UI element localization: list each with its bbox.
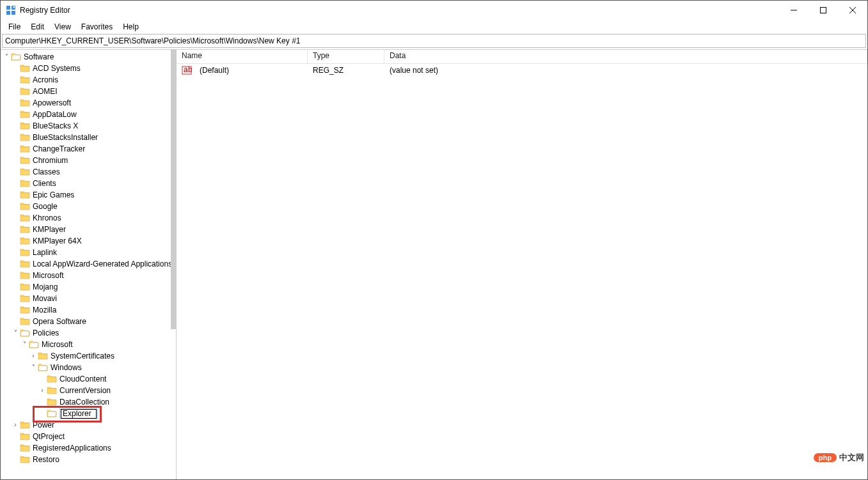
folder-icon bbox=[20, 236, 30, 245]
chevron-down-icon[interactable]: ˅ bbox=[20, 341, 29, 348]
folder-icon bbox=[20, 225, 30, 234]
tree-label: AppDataLow bbox=[33, 110, 77, 119]
tree-label: Mozilla bbox=[33, 306, 56, 314]
rename-input[interactable] bbox=[61, 409, 97, 419]
tree-node-renaming[interactable] bbox=[1, 408, 176, 419]
value-data: (value not set) bbox=[384, 66, 443, 75]
menu-favorites[interactable]: Favorites bbox=[76, 21, 118, 33]
tree-node[interactable]: ˅ Microsoft bbox=[1, 339, 176, 350]
tree-label: ACD Systems bbox=[33, 64, 81, 73]
folder-icon bbox=[20, 133, 30, 142]
tree-label: BlueStacks X bbox=[33, 121, 78, 130]
tree-label: Policies bbox=[33, 329, 59, 337]
tree-label: ChangeTracker bbox=[33, 144, 85, 153]
col-data[interactable]: Data bbox=[384, 50, 867, 63]
tree-node[interactable]: Epic Games bbox=[1, 189, 176, 201]
tree-node[interactable]: Restoro bbox=[1, 454, 176, 465]
tree-node[interactable]: DataCollection bbox=[1, 396, 176, 408]
tree-label: Google bbox=[33, 202, 58, 211]
tree-node[interactable]: RegisteredApplications bbox=[1, 442, 176, 454]
folder-icon bbox=[38, 352, 48, 360]
tree-node[interactable]: ˅ Windows bbox=[1, 362, 176, 373]
value-name: (Default) bbox=[194, 66, 308, 75]
tree-node[interactable]: Chromium bbox=[1, 155, 176, 166]
folder-icon bbox=[20, 144, 30, 153]
tree-node[interactable]: KMPlayer 64X bbox=[1, 235, 176, 247]
menu-edit[interactable]: Edit bbox=[26, 21, 49, 33]
col-name[interactable]: Name bbox=[177, 50, 308, 63]
tree-label: Opera Software bbox=[33, 317, 86, 326]
value-type: REG_SZ bbox=[308, 66, 384, 75]
tree-node[interactable]: BlueStacks X bbox=[1, 120, 176, 132]
tree-label: Windows bbox=[51, 363, 82, 372]
tree-node[interactable]: Mozilla bbox=[1, 304, 176, 316]
tree-node[interactable]: AppDataLow bbox=[1, 109, 176, 120]
menu-view[interactable]: View bbox=[49, 21, 76, 33]
folder-icon bbox=[20, 121, 30, 130]
chevron-down-icon[interactable]: ˅ bbox=[2, 54, 11, 60]
window-title: Registry Editor bbox=[20, 6, 70, 15]
menu-help[interactable]: Help bbox=[118, 21, 144, 33]
folder-icon bbox=[20, 259, 30, 268]
tree-node[interactable]: QtProject bbox=[1, 431, 176, 442]
tree-node[interactable]: Laplink bbox=[1, 247, 176, 258]
tree-node[interactable]: Movavi bbox=[1, 293, 176, 304]
maximize-button[interactable] bbox=[809, 1, 838, 20]
tree-node[interactable]: ACD Systems bbox=[1, 63, 176, 74]
tree-node[interactable]: AOMEI bbox=[1, 86, 176, 97]
tree-node[interactable]: ˅ Software bbox=[1, 51, 176, 63]
tree-node[interactable]: Opera Software bbox=[1, 316, 176, 327]
tree-node[interactable]: Microsoft bbox=[1, 270, 176, 281]
minimize-button[interactable] bbox=[779, 1, 809, 20]
tree-label: Local AppWizard-Generated Applications bbox=[33, 259, 172, 268]
tree-node[interactable]: ˅ Policies bbox=[1, 327, 176, 339]
tree-node[interactable]: › SystemCertificates bbox=[1, 350, 176, 362]
tree-node[interactable]: Mojang bbox=[1, 281, 176, 293]
tree-node[interactable]: Khronos bbox=[1, 212, 176, 224]
folder-icon bbox=[20, 64, 30, 73]
close-button[interactable] bbox=[838, 1, 867, 20]
folder-open-icon bbox=[11, 52, 21, 61]
folder-icon bbox=[20, 432, 30, 441]
list-row[interactable]: (Default) REG_SZ (value not set) bbox=[177, 64, 867, 77]
tree-label: KMPlayer 64X bbox=[33, 236, 82, 245]
tree-node[interactable]: Classes bbox=[1, 166, 176, 178]
titlebar[interactable]: Registry Editor bbox=[1, 1, 867, 20]
chevron-down-icon[interactable]: ˅ bbox=[11, 330, 20, 336]
chevron-right-icon[interactable]: › bbox=[11, 422, 20, 428]
folder-open-icon bbox=[20, 329, 30, 337]
watermark: php 中文网 bbox=[814, 452, 864, 463]
tree-label: CloudContent bbox=[59, 375, 106, 383]
chevron-right-icon[interactable]: › bbox=[29, 353, 38, 359]
tree-scrollbar[interactable] bbox=[171, 50, 176, 329]
tree-label: Acronis bbox=[33, 75, 58, 84]
tree-label: Khronos bbox=[33, 213, 61, 222]
tree-node[interactable]: ChangeTracker bbox=[1, 143, 176, 155]
col-type[interactable]: Type bbox=[308, 50, 384, 63]
folder-icon bbox=[20, 87, 30, 96]
folder-icon bbox=[20, 283, 30, 291]
chevron-down-icon[interactable]: ˅ bbox=[29, 364, 38, 371]
address-bar[interactable]: Computer\HKEY_CURRENT_USER\Software\Poli… bbox=[2, 34, 866, 48]
tree-label: KMPlayer bbox=[33, 225, 66, 234]
folder-icon bbox=[20, 75, 30, 84]
tree-node[interactable]: Local AppWizard-Generated Applications bbox=[1, 258, 176, 270]
tree-label: Mojang bbox=[33, 283, 58, 291]
tree-node[interactable]: Apowersoft bbox=[1, 97, 176, 109]
watermark-text: 中文网 bbox=[839, 452, 864, 463]
menu-file[interactable]: File bbox=[3, 21, 26, 33]
tree-label: Restoro bbox=[33, 455, 59, 464]
tree-node[interactable]: BlueStacksInstaller bbox=[1, 132, 176, 143]
tree-node[interactable]: Clients bbox=[1, 178, 176, 189]
tree-node[interactable]: CloudContent bbox=[1, 373, 176, 385]
app-icon bbox=[6, 5, 16, 15]
tree-node[interactable]: Google bbox=[1, 201, 176, 212]
tree-pane[interactable]: ˅ Software ACD Systems Acronis AOMEI Apo… bbox=[1, 50, 177, 479]
list-pane[interactable]: Name Type Data (Default) REG_SZ (value n… bbox=[177, 50, 867, 479]
tree-node[interactable]: › Power bbox=[1, 419, 176, 431]
folder-icon bbox=[20, 294, 30, 303]
tree-node[interactable]: › CurrentVersion bbox=[1, 385, 176, 396]
chevron-right-icon[interactable]: › bbox=[38, 387, 47, 394]
tree-node[interactable]: KMPlayer bbox=[1, 224, 176, 235]
tree-node[interactable]: Acronis bbox=[1, 74, 176, 86]
